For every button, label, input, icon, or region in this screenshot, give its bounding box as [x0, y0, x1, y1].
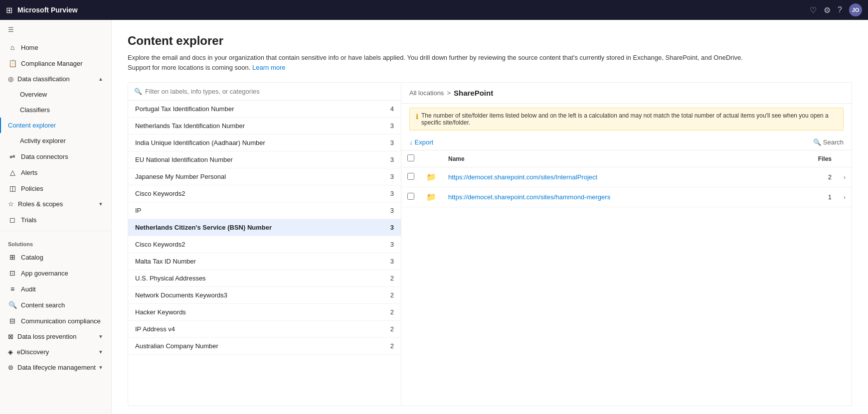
sidebar-item-alerts[interactable]: △ Alerts [0, 164, 111, 180]
avatar[interactable]: JO [849, 3, 862, 16]
list-item[interactable]: Portugal Tax Identification Number 4 [128, 101, 401, 118]
sidebar-group-data-lifecycle[interactable]: ⊜ Data lifecycle management ▼ [0, 360, 111, 375]
sidebar-item-app-governance[interactable]: ⊡ App governance [0, 265, 111, 281]
list-item[interactable]: U.S. Physical Addresses 2 [128, 270, 401, 287]
chevron-up-icon: ▲ [98, 76, 103, 82]
chevron-right-icon[interactable]: › [844, 174, 846, 181]
sidebar-item-activity-explorer[interactable]: Activity explorer [0, 133, 111, 148]
chevron-right-icon[interactable]: › [844, 194, 846, 201]
roles-icon: ☆ [8, 200, 14, 208]
list-item[interactable]: Network Documents Keywords3 2 [128, 287, 401, 304]
table-row[interactable]: 📁 https://democet.sharepoint.com/sites/h… [401, 187, 852, 207]
sidebar-item-data-connectors[interactable]: ⇌ Data connectors [0, 148, 111, 164]
right-panel: All locations > SharePoint ℹ The number … [401, 83, 852, 406]
breadcrumb-root[interactable]: All locations [409, 89, 444, 97]
sidebar-group-roles-scopes[interactable]: ☆ Roles & scopes ▼ [0, 196, 111, 212]
panels: 🔍 Portugal Tax Identification Number 4 N… [128, 82, 852, 406]
help-icon[interactable]: ? [838, 5, 842, 14]
table-row[interactable]: 📁 https://democet.sharepoint.com/sites/I… [401, 167, 852, 187]
sidebar-item-catalog[interactable]: ⊞ Catalog [0, 249, 111, 265]
sidebar-item-overview[interactable]: Overview [0, 87, 111, 102]
warning-icon: ℹ [416, 113, 418, 121]
waffle-icon[interactable]: ⊞ [6, 5, 12, 15]
list-item[interactable]: Malta Tax ID Number 3 [128, 253, 401, 270]
breadcrumb-current: SharePoint [454, 89, 493, 97]
sidebar-item-classifiers[interactable]: Classifiers [0, 102, 111, 118]
audit-icon: ≡ [8, 285, 17, 293]
list-item[interactable]: IP 3 [128, 202, 401, 219]
comm-compliance-icon: ⊟ [8, 317, 17, 325]
chevron-down-icon-dlp: ▼ [98, 334, 103, 339]
row-checkbox[interactable] [407, 173, 414, 180]
right-toolbar: ↓ Export 🔍 Search [401, 135, 852, 150]
warning-text: The number of site/folder items listed b… [421, 112, 837, 126]
sidebar: ☰ ⌂ Home 📋 Compliance Manager ◎ Data cla… [0, 20, 112, 414]
data-connectors-icon: ⇌ [8, 152, 17, 160]
trials-icon: ◻ [8, 216, 17, 224]
list-item[interactable]: India Unique Identification (Aadhaar) Nu… [128, 135, 401, 151]
sidebar-item-policies[interactable]: ◫ Policies [0, 180, 111, 196]
feedback-icon[interactable]: ♡ [810, 5, 817, 15]
list-item[interactable]: Hacker Keywords 2 [128, 304, 401, 321]
sidebar-group-data-loss-prevention[interactable]: ⊠ Data loss prevention ▼ [0, 329, 111, 344]
content-search-icon: 🔍 [8, 301, 17, 309]
alerts-icon: △ [8, 168, 17, 176]
files-table: Name Files 📁 https://democet.sharepoint.… [401, 150, 852, 207]
layout: ☰ ⌂ Home 📋 Compliance Manager ◎ Data cla… [0, 20, 868, 414]
list-item[interactable]: EU National Identification Number 3 [128, 151, 401, 168]
sidebar-group-ediscovery[interactable]: ◈ eDiscovery ▼ [0, 344, 111, 360]
dlp-icon: ⊠ [8, 333, 13, 340]
ediscovery-icon: ◈ [8, 348, 13, 356]
checkbox-header [401, 150, 420, 167]
sidebar-item-home[interactable]: ⌂ Home [0, 39, 111, 55]
list-item[interactable]: Netherlands Tax Identification Number 3 [128, 118, 401, 135]
filter-input[interactable] [145, 88, 395, 95]
select-all-checkbox[interactable] [407, 154, 414, 161]
page-title: Content explorer [128, 34, 852, 48]
sidebar-item-content-explorer[interactable]: Content explorer [0, 118, 111, 133]
main-content: Content explorer Explore the email and d… [112, 20, 868, 414]
app-governance-icon: ⊡ [8, 269, 17, 277]
catalog-icon: ⊞ [8, 253, 17, 261]
filter-bar: 🔍 [128, 83, 401, 101]
list-item[interactable]: IP Address v4 2 [128, 321, 401, 338]
export-button[interactable]: ↓ Export [409, 138, 433, 146]
list-item[interactable]: Cisco Keywords2 3 [128, 185, 401, 202]
settings-icon[interactable]: ⚙ [824, 5, 831, 15]
sidebar-item-communication-compliance[interactable]: ⊟ Communication compliance [0, 313, 111, 329]
home-icon: ⌂ [8, 43, 17, 51]
file-count: 2 [787, 167, 838, 187]
learn-more-link[interactable]: Learn more [252, 64, 285, 71]
data-lifecycle-icon: ⊜ [8, 364, 13, 371]
sidebar-item-content-search[interactable]: 🔍 Content search [0, 297, 111, 313]
export-icon: ↓ [409, 138, 413, 146]
hamburger-button[interactable]: ☰ [0, 20, 111, 39]
file-count: 1 [787, 187, 838, 207]
search-icon: 🔍 [813, 138, 821, 146]
row-checkbox[interactable] [407, 193, 414, 200]
list-item-selected[interactable]: Netherlands Citizen's Service (BSN) Numb… [128, 219, 401, 236]
compliance-icon: 📋 [8, 59, 17, 67]
sidebar-group-data-classification[interactable]: ◎ Data classification ▲ [0, 71, 111, 87]
chevron-down-icon-ediscovery: ▼ [98, 349, 103, 355]
site-link[interactable]: https://democet.sharepoint.com/sites/ham… [448, 193, 610, 201]
sidebar-item-audit[interactable]: ≡ Audit [0, 281, 111, 297]
site-link[interactable]: https://democet.sharepoint.com/sites/Int… [448, 173, 597, 181]
main: Content explorer Explore the email and d… [112, 20, 868, 414]
list-item[interactable]: Australian Company Number 2 [128, 338, 401, 355]
app-title: Microsoft Purview [17, 6, 810, 14]
chevron-down-icon-lifecycle: ▼ [98, 365, 103, 370]
list-item[interactable]: Cisco Keywords2 3 [128, 236, 401, 253]
sidebar-item-trials[interactable]: ◻ Trials [0, 212, 111, 228]
search-button[interactable]: 🔍 Search [813, 138, 844, 146]
breadcrumb: All locations > SharePoint [409, 89, 493, 97]
solutions-section-label: Solutions [0, 234, 111, 249]
sidebar-item-compliance-manager[interactable]: 📋 Compliance Manager [0, 55, 111, 71]
breadcrumb-separator: > [447, 89, 451, 97]
list-item[interactable]: Japanese My Number Personal 3 [128, 168, 401, 185]
topbar-actions: ♡ ⚙ ? JO [810, 3, 862, 16]
topbar: ⊞ Microsoft Purview ♡ ⚙ ? JO [0, 0, 868, 20]
files-header: Files [787, 150, 838, 167]
chevron-down-icon: ▼ [98, 201, 103, 207]
policies-icon: ◫ [8, 184, 17, 192]
